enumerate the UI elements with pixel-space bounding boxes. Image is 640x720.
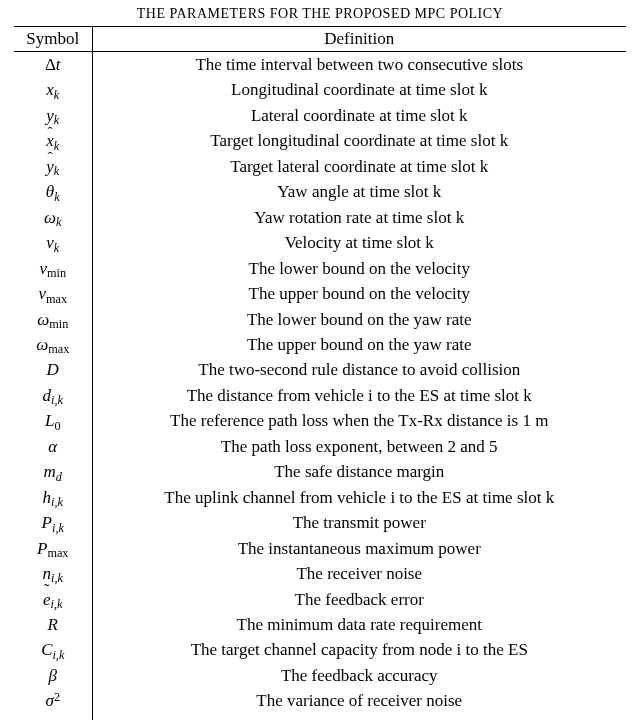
definition-cell: The two-second rule distance to avoid co… (92, 357, 626, 382)
header-symbol: Symbol (14, 27, 92, 52)
symbol-cell: vk (14, 230, 92, 255)
table-row: ΔtThe time interval between two consecut… (14, 52, 626, 78)
table-row: Pi,kThe transmit power (14, 510, 626, 535)
table-header-row: Symbol Definition (14, 27, 626, 52)
header-definition: Definition (92, 27, 626, 52)
definition-cell: The receiver noise (92, 561, 626, 586)
symbol-cell: θk (14, 179, 92, 204)
symbol-cell: ωk (14, 205, 92, 230)
symbol-cell: yk (14, 154, 92, 179)
symbol-cell: ωmax (14, 332, 92, 357)
table-row: mdThe safe distance margin (14, 459, 626, 484)
table-row: θkYaw angle at time slot k (14, 179, 626, 204)
definition-cell: The reference path loss when the Tx-Rx d… (92, 408, 626, 433)
table-row: ei,kThe feedback error (14, 587, 626, 612)
table-row: DThe two-second rule distance to avoid c… (14, 357, 626, 382)
table-caption: THE PARAMETERS FOR THE PROPOSED MPC POLI… (14, 6, 626, 22)
definition-cell: The lower bound on the yaw rate (92, 307, 626, 332)
table-row: Ci,kThe target channel capacity from nod… (14, 637, 626, 662)
definition-cell: Target lateral coordinate at time slot k (92, 154, 626, 179)
definition-cell: The upper bound on the velocity (92, 281, 626, 306)
parameters-table: Symbol Definition ΔtThe time interval be… (14, 26, 626, 720)
definition-cell: Velocity at time slot k (92, 230, 626, 255)
table-row: di,kThe distance from vehicle i to the E… (14, 383, 626, 408)
definition-cell: Lateral coordinate at time slot k (92, 103, 626, 128)
table-row: βThe feedback accuracy (14, 663, 626, 688)
definition-cell: The target channel capacity from node i … (92, 637, 626, 662)
symbol-cell: Δt (14, 52, 92, 78)
definition-cell: The safe distance margin (92, 459, 626, 484)
symbol-cell: Pmax (14, 536, 92, 561)
definition-cell: The minimum data rate requirement (92, 612, 626, 637)
definition-cell: The uplink channel from vehicle i to the… (92, 485, 626, 510)
definition-cell: Yaw angle at time slot k (92, 179, 626, 204)
symbol-cell: Ξ (14, 714, 92, 720)
symbol-cell: Pi,k (14, 510, 92, 535)
table-row: ωmaxThe upper bound on the yaw rate (14, 332, 626, 357)
table-row: ωminThe lower bound on the yaw rate (14, 307, 626, 332)
table-row: ni,kThe receiver noise (14, 561, 626, 586)
symbol-cell: β (14, 663, 92, 688)
symbol-cell: di,k (14, 383, 92, 408)
table-row: ykTarget lateral coordinate at time slot… (14, 154, 626, 179)
definition-cell: Target longitudinal coordinate at time s… (92, 128, 626, 153)
definition-cell: The instantaneous maximum power (92, 536, 626, 561)
definition-cell: The feedback error (92, 587, 626, 612)
definition-cell: The variance of receiver noise (92, 688, 626, 713)
table-row: PmaxThe instantaneous maximum power (14, 536, 626, 561)
table-row: ωkYaw rotation rate at time slot k (14, 205, 626, 230)
definition-cell: The feedback accuracy (92, 663, 626, 688)
definition-cell: The time interval between two consecutiv… (92, 52, 626, 78)
definition-cell: Yaw rotation rate at time slot k (92, 205, 626, 230)
definition-cell: Longitudinal coordinate at time slot k (92, 77, 626, 102)
symbol-cell: vmax (14, 281, 92, 306)
table-row: vmaxThe upper bound on the velocity (14, 281, 626, 306)
definition-cell: The regularized cost function (92, 714, 626, 720)
symbol-cell: md (14, 459, 92, 484)
table-row: xkLongitudinal coordinate at time slot k (14, 77, 626, 102)
table-row: hi,kThe uplink channel from vehicle i to… (14, 485, 626, 510)
table-row: ΞThe regularized cost function (14, 714, 626, 720)
table-row: vminThe lower bound on the velocity (14, 256, 626, 281)
table-row: vkVelocity at time slot k (14, 230, 626, 255)
table-row: L0The reference path loss when the Tx-Rx… (14, 408, 626, 433)
symbol-cell: α (14, 434, 92, 459)
symbol-cell: ni,k (14, 561, 92, 586)
symbol-cell: yk (14, 103, 92, 128)
table-row: RThe minimum data rate requirement (14, 612, 626, 637)
symbol-cell: xk (14, 77, 92, 102)
table-row: xkTarget longitudinal coordinate at time… (14, 128, 626, 153)
symbol-cell: L0 (14, 408, 92, 433)
symbol-cell: D (14, 357, 92, 382)
table-row: ykLateral coordinate at time slot k (14, 103, 626, 128)
definition-cell: The upper bound on the yaw rate (92, 332, 626, 357)
symbol-cell: ωmin (14, 307, 92, 332)
definition-cell: The transmit power (92, 510, 626, 535)
symbol-cell: xk (14, 128, 92, 153)
symbol-cell: Ci,k (14, 637, 92, 662)
table-body: ΔtThe time interval between two consecut… (14, 52, 626, 721)
definition-cell: The distance from vehicle i to the ES at… (92, 383, 626, 408)
table-row: αThe path loss exponent, between 2 and 5 (14, 434, 626, 459)
definition-cell: The path loss exponent, between 2 and 5 (92, 434, 626, 459)
symbol-cell: R (14, 612, 92, 637)
symbol-cell: σ2 (14, 688, 92, 713)
symbol-cell: hi,k (14, 485, 92, 510)
symbol-cell: vmin (14, 256, 92, 281)
symbol-cell: ei,k (14, 587, 92, 612)
table-row: σ2The variance of receiver noise (14, 688, 626, 713)
definition-cell: The lower bound on the velocity (92, 256, 626, 281)
